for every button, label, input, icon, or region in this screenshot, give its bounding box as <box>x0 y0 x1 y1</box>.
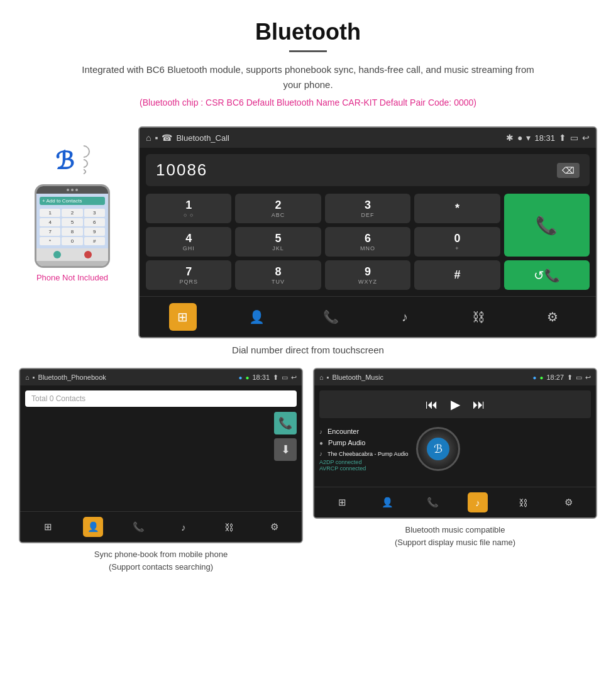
pb-tb-settings[interactable]: ⚙ <box>264 517 284 537</box>
music-tb-contacts[interactable]: 👤 <box>377 492 397 512</box>
phone-dot <box>71 189 74 191</box>
dial-key-3[interactable]: 3 DEF <box>325 194 410 223</box>
phone-end-btn <box>84 251 92 258</box>
window-icon: ▭ <box>570 133 578 143</box>
phone-key: 3 <box>84 209 105 217</box>
phone-key: 6 <box>84 218 105 226</box>
bluetooth-icon-area: ℬ <box>55 145 90 177</box>
pb-call-btn[interactable]: 📞 <box>274 412 297 434</box>
phone-bottom-bar <box>36 248 108 261</box>
bluetooth-symbol: ℬ <box>55 149 74 173</box>
pb-actions: 📞 ⬇ <box>20 412 302 461</box>
pb-bt-indicator: ● <box>238 374 242 381</box>
music-expand-icon: ⬆ <box>567 373 573 382</box>
phonebook-screen: ⌂ ▪ Bluetooth_Phonebook ● ● 18:31 ⬆ ▭ ↩ … <box>19 368 303 543</box>
dial-key-4[interactable]: 4 GHI <box>146 227 231 257</box>
call-button[interactable]: 📞 <box>504 194 590 257</box>
pb-toolbar: ⊞ 👤 📞 ♪ ⛓ ⚙ <box>20 511 302 542</box>
music-tb-call[interactable]: 📞 <box>422 492 443 512</box>
backspace-btn[interactable]: ⌫ <box>557 163 580 178</box>
track-name-2: Pump Audio <box>328 439 365 446</box>
title-divider <box>289 50 327 52</box>
dial-key-8[interactable]: 8 TUV <box>235 260 321 290</box>
pb-window-icon: ▭ <box>282 373 288 382</box>
home-icon: ⌂ <box>146 133 151 143</box>
dial-key-2[interactable]: 2 ABC <box>235 194 321 223</box>
music-tb-link[interactable]: ⛓ <box>513 492 533 512</box>
dial-key-hash[interactable]: # <box>414 260 500 290</box>
phone-key: 2 <box>62 209 82 217</box>
phone-key: 9 <box>84 228 105 236</box>
music-screen-title: Bluetooth_Music <box>333 373 530 381</box>
dial-key-star[interactable]: * <box>414 194 500 223</box>
music-tb-dialpad[interactable]: ⊞ <box>332 492 352 512</box>
pb-home-icon: ⌂ <box>25 373 30 381</box>
pb-tb-music[interactable]: ♪ <box>173 517 194 537</box>
pb-back-icon: ↩ <box>291 373 297 382</box>
music-tb-music[interactable]: ♪ <box>468 492 488 512</box>
toolbar-call-btn[interactable]: 📞 <box>317 303 344 331</box>
pb-tb-link[interactable]: ⛓ <box>219 517 239 537</box>
track-name-1: Encounter <box>327 428 359 435</box>
phone-key: 4 <box>40 218 60 226</box>
toolbar-contacts-btn[interactable]: 👤 <box>243 303 270 331</box>
dial-key-5[interactable]: 5 JKL <box>235 227 321 257</box>
pb-expand-icon: ⬆ <box>273 373 278 382</box>
music-prev-btn[interactable]: ⏮ <box>426 397 438 412</box>
phone-key: 1 <box>40 209 60 217</box>
music-track-1: ♪ Encounter <box>319 426 409 437</box>
number-display: 10086 ⌫ <box>146 154 590 186</box>
signal-arcs <box>77 145 90 177</box>
dial-key-9[interactable]: 9 WXYZ <box>325 260 410 290</box>
music-window-icon: ▭ <box>576 373 582 382</box>
pb-tb-call[interactable]: 📞 <box>128 517 148 537</box>
toolbar-music-btn[interactable]: ♪ <box>391 303 419 331</box>
phone-dot <box>75 189 78 191</box>
subtitle-text: Integrated with BC6 Bluetooth module, su… <box>72 62 544 92</box>
pb-download-btn[interactable]: ⬇ <box>274 438 297 461</box>
music-track-3: ♪ The Cheebacabra - Pump Audio <box>319 448 409 459</box>
phone-key: * <box>40 237 60 245</box>
bottom-screenshots: ⌂ ▪ Bluetooth_Phonebook ● ● 18:31 ⬆ ▭ ↩ … <box>0 368 616 585</box>
wifi-icon: ● <box>517 133 522 143</box>
phone-mockup: + Add to Contacts 1 2 3 4 5 6 7 8 9 * 0 … <box>35 184 110 268</box>
music-next-btn[interactable]: ⏭ <box>473 397 485 412</box>
music-screen: ⌂ ▪ Bluetooth_Music ● ● 18:27 ⬆ ▭ ↩ ⏮ ▶ … <box>313 368 597 519</box>
pb-search-bar[interactable]: Total 0 Contacts <box>25 390 297 407</box>
music-sim-icon: ▪ <box>327 373 329 381</box>
dial-key-1[interactable]: 1 ○ ○ <box>146 194 231 223</box>
music-track-2: ● Pump Audio <box>319 437 409 448</box>
phone-key: # <box>84 237 105 245</box>
pb-tb-dialpad[interactable]: ⊞ <box>38 517 58 537</box>
music-play-btn[interactable]: ▶ <box>451 397 460 412</box>
music-tb-settings[interactable]: ⚙ <box>558 492 578 512</box>
dial-key-6[interactable]: 6 MNO <box>325 227 410 257</box>
redial-button[interactable]: ↺📞 <box>504 260 590 290</box>
avrcp-status: AVRCP connected <box>319 465 409 472</box>
toolbar-settings-btn[interactable]: ⚙ <box>539 303 566 331</box>
pb-status-time: 18:31 <box>252 373 270 381</box>
track-icon-3: ♪ <box>319 450 322 457</box>
toolbar-link-btn[interactable]: ⛓ <box>465 303 492 331</box>
specs-line: (Bluetooth chip : CSR BC6 Default Blueto… <box>13 97 603 108</box>
signal-arc-medium <box>77 157 90 170</box>
toolbar-dialpad-btn[interactable]: ⊞ <box>169 303 197 331</box>
dialpad-grid: 1 ○ ○ 2 ABC 3 DEF * 📞 4 GHI <box>140 190 596 296</box>
bt-disc: ℬ <box>416 427 460 471</box>
music-home-icon: ⌂ <box>319 373 324 381</box>
bt-disc-inner: ℬ <box>427 438 449 460</box>
pb-tb-contacts[interactable]: 👤 <box>83 517 103 537</box>
a2dp-status: A2DP connected <box>319 459 409 465</box>
phone-label: Phone Not Included <box>36 273 108 282</box>
track-icon-1: ♪ <box>319 428 322 435</box>
music-section: ⌂ ▪ Bluetooth_Music ● ● 18:27 ⬆ ▭ ↩ ⏮ ▶ … <box>313 368 597 573</box>
pb-signal-indicator: ● <box>245 374 249 381</box>
signal-arc-small <box>80 168 87 175</box>
dial-key-0[interactable]: 0 + <box>414 227 500 257</box>
phone-dot <box>67 189 69 191</box>
phone-key: 8 <box>62 228 82 236</box>
page-title: Bluetooth <box>13 19 603 45</box>
page-header: Bluetooth Integrated with BC6 Bluetooth … <box>0 0 616 126</box>
dial-key-7[interactable]: 7 PQRS <box>146 260 231 290</box>
main-car-screen: ⌂ ▪ ☎ Bluetooth_Call ✱ ● ▾ 18:31 ⬆ ▭ ↩ 1… <box>138 126 597 338</box>
